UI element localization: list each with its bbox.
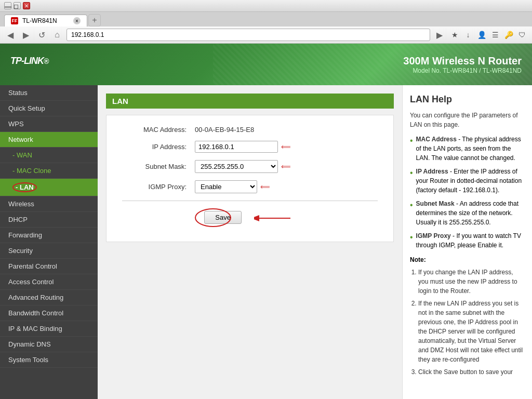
bookmark-button[interactable]: ★ (449, 29, 460, 41)
help-panel: LAN Help You can configure the IP parame… (402, 85, 532, 399)
forward-button[interactable]: ▶ (20, 29, 32, 41)
save-button[interactable]: Save (204, 211, 242, 224)
menu-button[interactable]: ☰ (489, 29, 501, 41)
sidebar-item-dhcp[interactable]: DHCP (0, 212, 98, 228)
browser-window: — □ ✕ FF TL-WR841N × + ◀ ▶ ↺ ⌂ ▶ ★ ↓ 👤 ☰… (0, 0, 532, 44)
sidebar-item-wan[interactable]: - WAN (0, 148, 98, 163)
sidebar-item-advanced-routing[interactable]: Advanced Routing (0, 290, 98, 305)
sidebar-item-mac-clone[interactable]: - MAC Clone (0, 163, 98, 179)
help-bullet-subnet: • (410, 199, 413, 227)
help-note-title: Note: (410, 255, 525, 264)
help-note: Note: If you change the LAN IP address, … (410, 255, 525, 377)
subnet-mask-select[interactable]: 255.255.255.0 255.255.0.0 255.0.0.0 (195, 160, 278, 173)
sidebar-item-forwarding[interactable]: Forwarding (0, 228, 98, 243)
url-bar[interactable] (66, 29, 430, 41)
trademark: ® (44, 57, 48, 65)
new-tab-button[interactable]: + (88, 14, 101, 26)
router-header: TP-LINK® 300M Wireless N Router Model No… (0, 44, 532, 85)
sidebar-item-bandwidth-control[interactable]: Bandwidth Control (0, 305, 98, 321)
addon-button[interactable]: 🔑 (503, 29, 514, 41)
router-info: 300M Wireless N Router Model No. TL-WR84… (403, 55, 522, 74)
nav-bar: ◀ ▶ ↺ ⌂ ▶ ★ ↓ 👤 ☰ 🔑 🛡 (0, 26, 532, 44)
tab-favicon: FF (11, 17, 18, 24)
sidebar-item-ip-mac-binding[interactable]: IP & MAC Binding (0, 321, 98, 337)
help-bullet-mac: • (410, 135, 413, 163)
tplink-logo: TP-LINK® (10, 54, 48, 75)
help-note-1: If you change the LAN IP address, you mu… (418, 268, 525, 296)
home-button[interactable]: ⌂ (51, 29, 63, 41)
sidebar-item-status[interactable]: Status (0, 85, 98, 101)
help-item-ip: • IP Address - Enter the IP address of y… (410, 167, 525, 195)
help-text-ip: IP Address - Enter the IP address of you… (416, 167, 525, 195)
sidebar-item-parental-control[interactable]: Parental Control (0, 259, 98, 274)
sidebar: Status Quick Setup WPS Network - WAN - M… (0, 85, 98, 399)
ip-arrow-annotation: ⟸ (281, 143, 291, 151)
subnet-mask-label: Subnet Mask: (122, 163, 195, 170)
router-submodel: Model No. TL-WR841N / TL-WR841ND (403, 67, 522, 74)
lan-form: MAC Address: 00-0A-EB-94-15-E8 IP Addres… (106, 115, 394, 242)
close-button[interactable]: ✕ (23, 2, 30, 9)
help-item-mac: • MAC Address - The physical address of … (410, 135, 525, 163)
maximize-button[interactable]: □ (14, 2, 21, 9)
help-item-igmp: • IGMP Proxy - If you want to watch TV t… (410, 231, 525, 250)
help-bullet-ip: • (410, 167, 413, 195)
download-button[interactable]: ↓ (462, 29, 474, 41)
tab-close-button[interactable]: × (73, 17, 81, 24)
sidebar-item-wireless[interactable]: Wireless (0, 196, 98, 212)
save-section: Save (122, 205, 378, 231)
ip-address-label: IP Address: (122, 143, 195, 151)
sidebar-item-network[interactable]: Network (0, 132, 98, 148)
igmp-arrow-annotation: ⟸ (260, 183, 270, 191)
refresh-button[interactable]: ↺ (35, 29, 48, 41)
router-model: 300M Wireless N Router (403, 55, 522, 67)
subnet-mask-row: Subnet Mask: 255.255.255.0 255.255.0.0 2… (122, 160, 378, 173)
mac-address-row: MAC Address: 00-0A-EB-94-15-E8 (122, 126, 378, 134)
help-text-mac: MAC Address - The physical address of th… (416, 135, 525, 163)
tab-title: TL-WR841N (22, 17, 57, 24)
igmp-proxy-row: IGMP Proxy: Enable Disable ⟸ (122, 180, 378, 193)
help-note-2: If the new LAN IP address you set is not… (418, 299, 525, 364)
mac-address-value: 00-0A-EB-94-15-E8 (195, 126, 254, 134)
mac-address-label: MAC Address: (122, 126, 195, 134)
sidebar-item-access-control[interactable]: Access Control (0, 274, 98, 290)
save-arrow-annotation (254, 214, 296, 221)
igmp-proxy-label: IGMP Proxy: (122, 183, 195, 191)
sidebar-item-security[interactable]: Security (0, 243, 98, 259)
security-button[interactable]: 🛡 (516, 29, 528, 41)
tab-bar: FF TL-WR841N × + (0, 12, 532, 26)
account-button[interactable]: 👤 (476, 29, 487, 41)
minimize-button[interactable]: — (4, 2, 11, 9)
lan-circle-label: - LAN (12, 182, 37, 192)
go-button[interactable]: ▶ (433, 29, 446, 41)
subnet-arrow-annotation: ⟸ (281, 163, 291, 170)
sidebar-item-lan[interactable]: - LAN (0, 179, 98, 196)
sidebar-item-system-tools[interactable]: System Tools (0, 352, 98, 368)
ip-address-row: IP Address: ⟸ (122, 141, 378, 153)
title-bar: — □ ✕ (0, 0, 532, 12)
help-title: LAN Help (410, 92, 525, 107)
main-layout: Status Quick Setup WPS Network - WAN - M… (0, 85, 532, 399)
active-tab[interactable]: FF TL-WR841N × (4, 15, 87, 26)
help-item-subnet: • Subnet Mask - An address code that det… (410, 199, 525, 227)
form-separator (122, 201, 378, 201)
help-text-subnet: Subnet Mask - An address code that deter… (416, 199, 525, 227)
sidebar-item-wps[interactable]: WPS (0, 116, 98, 132)
content-area: LAN MAC Address: 00-0A-EB-94-15-E8 IP Ad… (98, 85, 402, 399)
igmp-proxy-select[interactable]: Enable Disable (195, 180, 257, 193)
ip-address-input[interactable] (195, 141, 278, 153)
lan-section-title: LAN (106, 94, 394, 109)
help-note-3: Click the Save button to save your (418, 367, 525, 377)
help-text-igmp: IGMP Proxy - If you want to watch TV thr… (416, 231, 525, 250)
back-button[interactable]: ◀ (4, 29, 17, 41)
help-note-list: If you change the LAN IP address, you mu… (410, 268, 525, 377)
help-bullet-igmp: • (410, 231, 413, 250)
sidebar-item-quick-setup[interactable]: Quick Setup (0, 101, 98, 116)
sidebar-item-dynamic-dns[interactable]: Dynamic DNS (0, 337, 98, 352)
help-intro: You can configure the IP parameters of L… (410, 111, 525, 129)
